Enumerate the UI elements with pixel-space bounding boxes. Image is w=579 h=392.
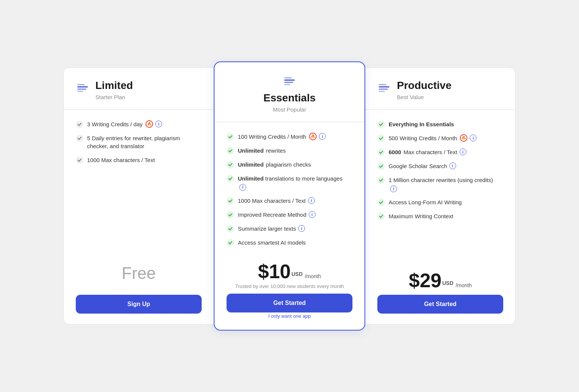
feature-text: 100 Writing Credits / Month 🔥 i <box>238 133 352 141</box>
price-section-essentials: $10USD /month Trusted by over 10,000 new… <box>227 256 352 319</box>
plan-title-productive: Productive <box>397 80 452 92</box>
info-icon[interactable]: i <box>390 185 397 192</box>
plan-title-essentials: Essentials <box>263 92 316 104</box>
check-icon <box>377 149 385 156</box>
feature-text: 1000 Max characters / Text i <box>238 197 352 205</box>
price-period: /month <box>303 273 321 279</box>
fire-icon[interactable]: 🔥 <box>460 134 467 142</box>
fire-icon[interactable]: 🔥 <box>146 120 153 128</box>
svg-rect-9 <box>379 86 389 87</box>
svg-rect-4 <box>284 77 292 78</box>
check-icon <box>227 147 234 155</box>
plan-subtitle-productive: Best Value <box>397 94 452 100</box>
list-item: Unlimited rewrites <box>227 147 352 155</box>
feature-list-essentials: 100 Writing Credits / Month 🔥 i Unlimite… <box>227 133 352 247</box>
info-icon[interactable]: i <box>309 211 316 218</box>
feature-icons: 🔥 i <box>144 120 162 128</box>
price-currency: USD <box>442 280 453 286</box>
svg-rect-0 <box>77 84 85 85</box>
list-item: Access smartest AI models <box>227 239 352 247</box>
feature-text: 3 Writing Credits / day 🔥 i <box>87 120 202 128</box>
list-item: 1000 Max characters / Text i <box>227 197 352 205</box>
plan-subtitle-essentials: Most Popular <box>273 106 306 113</box>
feature-text: 6000 Max characters / Text i <box>389 148 503 156</box>
price-period: /month <box>454 282 472 288</box>
plan-subtitle-limited: Starter Plan <box>95 94 133 100</box>
price-display: $29USD /month <box>377 271 503 290</box>
check-icon <box>227 133 234 141</box>
price-display: $10USD /month <box>227 262 352 281</box>
info-icon[interactable]: i <box>319 133 326 140</box>
svg-rect-1 <box>77 86 88 87</box>
list-item: Unlimited plagiarism checks <box>227 161 352 168</box>
get-started-button-productive[interactable]: Get Started <box>377 295 503 314</box>
plan-body-limited: 3 Writing Credits / day 🔥 i 5 Daily entr… <box>64 110 214 324</box>
feature-text: Unlimited plagiarism checks <box>238 161 352 168</box>
plan-title-limited: Limited <box>95 80 133 92</box>
list-item: Access Long-Form AI Writing <box>377 198 503 206</box>
list-item: Google Scholar Search i <box>377 162 503 170</box>
feature-list-productive: Everything In Essentials 500 Writing Cre… <box>377 120 503 256</box>
check-icon <box>76 135 83 142</box>
plan-card-limited: Limited Starter Plan 3 Writing Credits /… <box>63 67 214 325</box>
check-icon <box>377 162 385 170</box>
price-tagline: Trusted by over 10,000 new students ever… <box>227 283 352 289</box>
info-icon[interactable]: i <box>298 225 305 232</box>
svg-rect-2 <box>77 89 86 90</box>
text-lines-icon-essentials <box>283 74 296 89</box>
plan-header-essentials: Essentials Most Popular <box>214 62 365 122</box>
plan-card-productive: Productive Best Value Everything In Esse… <box>365 67 516 325</box>
feature-icons: 🔥 i <box>458 134 476 142</box>
only-one-app-link[interactable]: I only want one app <box>268 313 311 319</box>
info-icon[interactable]: i <box>155 121 162 127</box>
feature-text: Unlimited translations to more languages… <box>238 175 352 191</box>
list-item: Improved Recreate Method i <box>227 211 352 219</box>
text-lines-icon-limited <box>76 81 89 96</box>
svg-rect-3 <box>77 91 83 92</box>
svg-rect-8 <box>379 84 386 85</box>
sign-up-button[interactable]: Sign Up <box>76 295 202 314</box>
get-started-button-essentials[interactable]: Get Started <box>227 294 352 312</box>
info-icon[interactable]: i <box>460 149 466 155</box>
fire-icon[interactable]: 🔥 <box>309 133 317 140</box>
svg-rect-11 <box>379 91 385 92</box>
feature-text: 1 Million character rewrites (using cred… <box>389 176 503 192</box>
list-item: 500 Writing Credits / Month 🔥 i <box>377 134 503 142</box>
check-icon <box>227 161 234 168</box>
info-icon[interactable]: i <box>239 184 246 191</box>
list-item: 5 Daily entries for rewriter, plagiarism… <box>76 134 202 150</box>
feature-text: Google Scholar Search i <box>389 162 503 170</box>
info-icon[interactable]: i <box>308 197 315 204</box>
check-icon <box>377 176 385 184</box>
feature-text: 1000 Max characters / Text <box>87 156 202 164</box>
plan-title-group-productive: Productive Best Value <box>397 80 452 100</box>
feature-text: Access smartest AI models <box>238 239 352 247</box>
feature-text: Maximum Writing Context <box>389 212 503 220</box>
list-item: 100 Writing Credits / Month 🔥 i <box>227 133 352 141</box>
plan-body-essentials: 100 Writing Credits / Month 🔥 i Unlimite… <box>214 122 365 330</box>
check-icon <box>377 121 385 128</box>
plan-card-essentials: Essentials Most Popular 100 Writing Cred… <box>214 61 365 331</box>
check-icon <box>76 156 83 164</box>
list-item: 3 Writing Credits / day 🔥 i <box>76 120 202 128</box>
check-icon <box>377 199 385 206</box>
plan-title-group-limited: Limited Starter Plan <box>95 80 133 100</box>
price-amount: $10 <box>258 260 291 282</box>
feature-text: Unlimited rewrites <box>238 147 352 155</box>
feature-text: 500 Writing Credits / Month 🔥 i <box>389 134 503 142</box>
feature-text: Access Long-Form AI Writing <box>389 198 503 206</box>
svg-rect-10 <box>379 89 388 90</box>
list-item: Everything In Essentials <box>377 120 503 128</box>
check-icon <box>227 175 234 182</box>
list-item: 1 Million character rewrites (using cred… <box>377 176 503 192</box>
check-icon <box>227 197 234 205</box>
info-icon[interactable]: i <box>470 135 476 141</box>
feature-icons: 🔥 i <box>308 133 326 140</box>
price-section-productive: $29USD /month Get Started <box>377 265 503 314</box>
svg-rect-7 <box>284 84 290 85</box>
plan-body-productive: Everything In Essentials 500 Writing Cre… <box>365 110 515 324</box>
check-icon <box>227 239 234 247</box>
price-amount: $29 <box>409 270 441 291</box>
info-icon[interactable]: i <box>449 162 456 169</box>
feature-text: Improved Recreate Method i <box>238 211 352 219</box>
